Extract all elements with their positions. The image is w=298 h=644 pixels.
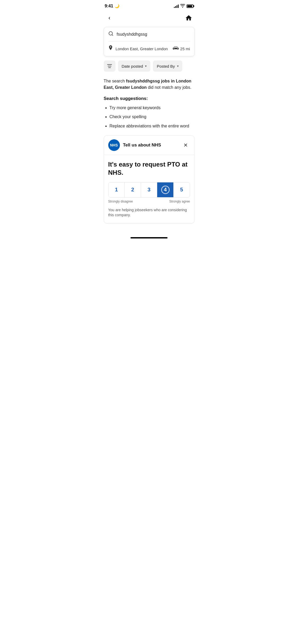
search-query: fsudyshddhgssg (117, 32, 190, 37)
search-row[interactable]: fsudyshddhgssg (104, 27, 194, 41)
rating-scale: 1 2 3 4 5 (108, 182, 190, 197)
nhs-helper-text: You are helping jobseekers who are consi… (108, 208, 190, 218)
rating-label-3: 3 (147, 187, 150, 193)
nhs-logo-text: NHS (110, 143, 118, 147)
location-pin-icon (108, 45, 113, 52)
filter-bar: Date posted ▾ Posted By ▾ (100, 61, 199, 76)
nhs-card-close-button[interactable]: ✕ (182, 141, 190, 149)
status-bar: 9:41 🌙 (100, 0, 199, 11)
moon-icon: 🌙 (115, 4, 120, 8)
nav-bar: ‹ (100, 11, 199, 27)
rating-labels: Strongly disagree Strongly agree (108, 200, 190, 203)
rating-label-2: 2 (131, 187, 134, 193)
rating-cell-4[interactable]: 4 (157, 182, 174, 197)
home-indicator-bar (130, 237, 168, 238)
search-icon (108, 31, 114, 38)
date-posted-dropdown[interactable]: Date posted ▾ (118, 61, 151, 72)
rating-cell-5[interactable]: 5 (174, 182, 190, 197)
no-results-prefix: The search (104, 79, 126, 83)
nhs-card-body: It's easy to request PTO at NHS. 1 2 3 4… (104, 155, 194, 223)
status-time: 9:41 (105, 4, 113, 8)
back-button[interactable]: ‹ (105, 13, 114, 23)
home-button[interactable] (184, 13, 193, 23)
close-icon: ✕ (183, 142, 188, 148)
nhs-logo: NHS (108, 139, 120, 151)
back-arrow-icon: ‹ (109, 15, 110, 21)
filter-lines-icon (107, 64, 112, 68)
rating-label-disagree: Strongly disagree (108, 200, 133, 203)
nhs-card: NHS Tell us about NHS ✕ It's easy to req… (104, 135, 195, 223)
rating-label-agree: Strongly agree (169, 200, 190, 203)
battery-icon (187, 4, 193, 8)
posted-by-label: Posted By (157, 64, 175, 68)
rating-label-1: 1 (115, 187, 118, 193)
date-posted-chevron-icon: ▾ (145, 64, 147, 68)
rating-cell-2[interactable]: 2 (125, 182, 141, 197)
posted-by-dropdown[interactable]: Posted By ▾ (153, 61, 182, 72)
location-text: London East, Greater London (116, 47, 170, 51)
rating-cell-3[interactable]: 3 (141, 182, 157, 197)
distance-text: 25 mi (180, 47, 190, 51)
svg-line-1 (112, 35, 113, 36)
rating-label-5: 5 (180, 187, 183, 193)
posted-by-chevron-icon: ▾ (177, 64, 179, 68)
location-row[interactable]: London East, Greater London 25 mi (104, 42, 194, 56)
no-results-suffix: did not match any jobs. (147, 85, 191, 90)
status-icons (174, 4, 193, 8)
home-indicator (100, 234, 199, 241)
suggestion-item-1: Try more general keywords (110, 105, 195, 111)
suggestions-list: Try more general keywords Check your spe… (104, 105, 195, 129)
signal-icon (174, 4, 179, 8)
nhs-card-title: Tell us about NHS (123, 142, 161, 148)
date-posted-label: Date posted (122, 64, 143, 68)
main-content: The search fsudyshddhgssg jobs in London… (100, 76, 199, 234)
selected-ring (161, 186, 170, 194)
wifi-icon (180, 4, 185, 8)
no-results-message: The search fsudyshddhgssg jobs in London… (104, 78, 195, 91)
suggestion-item-2: Check your spelling (110, 114, 195, 120)
nhs-card-header: NHS Tell us about NHS ✕ (104, 136, 194, 155)
nhs-header-left: NHS Tell us about NHS (108, 139, 161, 151)
rating-cell-1[interactable]: 1 (109, 182, 125, 197)
filter-icon-button[interactable] (104, 61, 115, 72)
search-container: fsudyshddhgssg London East, Greater Lond… (104, 27, 195, 56)
home-icon (185, 14, 192, 22)
pto-title: It's easy to request PTO at NHS. (108, 160, 190, 177)
car-icon (173, 46, 179, 52)
suggestions-title: Search suggestions: (104, 96, 195, 101)
distance-wrap: 25 mi (173, 46, 190, 52)
suggestion-item-3: Replace abbreviations with the entire wo… (110, 123, 195, 129)
